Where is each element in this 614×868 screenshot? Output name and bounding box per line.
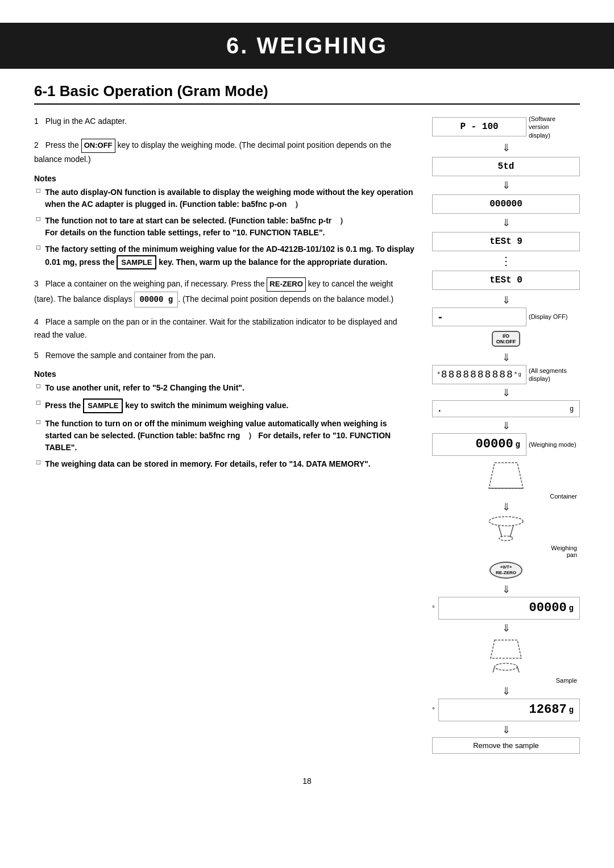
std-display: 5td xyxy=(432,157,580,176)
degree-symbol-1: ° xyxy=(432,604,435,612)
section-title: 6-1 Basic Operation (Gram Mode) xyxy=(34,82,580,105)
tare-display: 00000 g xyxy=(134,292,178,308)
note-1-2: □ The function not to tare at start can … xyxy=(34,215,415,239)
dash-display: - xyxy=(432,308,526,326)
arrow-3: ⇓ xyxy=(432,217,580,229)
weighing-mode-label: (Weighing mode) xyxy=(529,441,580,448)
degree-symbol-2: ° xyxy=(432,706,435,714)
dot-sep-1: ⋮ xyxy=(432,254,580,268)
step-2-number: 2 xyxy=(34,140,39,149)
step-5-number: 5 xyxy=(34,351,39,360)
dot-panel-wrap: . g xyxy=(432,400,580,417)
page: 6. WEIGHING 6-1 Basic Operation (Gram Mo… xyxy=(0,0,614,868)
remove-sample-box: Remove the sample xyxy=(432,737,580,754)
final-weight-row: ° 12687 g xyxy=(432,699,580,721)
allseg-panel-wrap: ⁸ 8888888888 ⁸ g xyxy=(432,365,526,384)
note-2-1: □ To use another unit, refer to "5-2 Cha… xyxy=(34,382,415,394)
onoff-btn-text: I/O ON:OFF xyxy=(496,333,516,344)
step-5: 5 Remove the sample and container from t… xyxy=(34,349,415,362)
step-2: 2 Press the ON:OFF key to display the we… xyxy=(34,139,415,165)
zeros6-display: 000000 xyxy=(432,194,580,214)
arrow-8: ⇓ xyxy=(432,501,580,513)
bullet-1: □ xyxy=(36,186,40,194)
note-2-3-text: The function to turn on or off the minim… xyxy=(45,418,415,454)
bullet-6: □ xyxy=(36,418,40,426)
left-column: 1 Plug in the AC adapter. 2 Press the ON… xyxy=(34,115,415,475)
test9-display: tESt 9 xyxy=(432,232,580,251)
container-label: Container xyxy=(432,493,580,500)
arrow-10: ⇓ xyxy=(432,622,580,634)
test0-row: tESt 0 xyxy=(432,269,580,292)
svg-point-2 xyxy=(489,517,523,526)
page-number: 18 xyxy=(34,776,580,786)
right-column: P - 100 (Softwareversiondisplay) ⇓ 5td ⇓… xyxy=(432,115,580,754)
arrow-5: ⇓ xyxy=(432,351,580,364)
display-off-label: (Display OFF) xyxy=(529,313,580,321)
notes2-title: Notes xyxy=(34,369,415,379)
p100-display: P - 100 xyxy=(432,117,526,136)
note-1-3-text: The factory setting of the minimum weigh… xyxy=(45,243,415,270)
arrow-2: ⇓ xyxy=(432,179,580,192)
svg-marker-6 xyxy=(491,640,521,658)
software-label: (Softwareversiondisplay) xyxy=(529,115,580,139)
sample-label: Sample xyxy=(432,677,580,684)
bullet-3: □ xyxy=(36,243,40,251)
svg-line-3 xyxy=(499,526,502,537)
step-1-number: 1 xyxy=(34,117,39,126)
arrow-6: ⇓ xyxy=(432,387,580,399)
weighing-panel-wrap: 00000 g xyxy=(432,433,526,456)
bullet-4: □ xyxy=(36,382,40,390)
sample-key-inline-1: SAMPLE xyxy=(117,255,156,270)
weighing-display: 00000 g xyxy=(432,433,526,456)
test0-display: tESt 0 xyxy=(432,271,580,290)
tare-result-panel-wrap: 00000 g xyxy=(438,597,580,620)
rezero-button[interactable]: +0/T+ RE-ZERO xyxy=(489,562,522,579)
arrow-9: ⇓ xyxy=(432,583,580,596)
weighing-row: 00000 g (Weighing mode) xyxy=(432,433,580,456)
dot-display: . g xyxy=(432,400,580,417)
final-weight-panel-wrap: 12687 g xyxy=(438,699,580,721)
svg-marker-0 xyxy=(489,463,523,488)
rezero-btn-text: +0/T+ RE-ZERO xyxy=(496,564,516,575)
step-1: 1 Plug in the AC adapter. xyxy=(34,115,415,127)
svg-line-4 xyxy=(510,526,513,537)
note-1-3: □ The factory setting of the minimum wei… xyxy=(34,243,415,270)
main-title-bar: 6. WEIGHING xyxy=(0,23,614,69)
note-1-2-text: The function not to tare at start can be… xyxy=(45,215,347,239)
bullet-5: □ xyxy=(36,398,40,406)
note-2-2: □ Press the SAMPLE key to switch the min… xyxy=(34,398,415,413)
container-wrap: Container xyxy=(432,457,580,500)
sample-svg xyxy=(486,636,526,675)
onoff-button[interactable]: I/O ON:OFF xyxy=(492,331,520,347)
sample-wrap: Sample xyxy=(432,636,580,684)
step-5-text: Remove the sample and container from the… xyxy=(45,351,216,360)
notes1-title: Notes xyxy=(34,174,415,183)
sample-key-inline-2: SAMPLE xyxy=(83,398,123,413)
tare-result-display: 00000 g xyxy=(438,597,580,620)
step-3: 3 Place a container on the weighing pan,… xyxy=(34,277,415,308)
step-1-text: Plug in the AC adapter. xyxy=(45,117,127,126)
test0-panel-wrap: tESt 0 xyxy=(432,269,580,292)
dash-row: - (Display OFF) xyxy=(432,308,580,326)
step-3-number: 3 xyxy=(34,279,39,288)
dash-panel-wrap: - xyxy=(432,308,526,326)
right-col-inner: P - 100 (Softwareversiondisplay) ⇓ 5td ⇓… xyxy=(432,115,580,754)
main-title: 6. WEIGHING xyxy=(0,33,614,59)
content-layout: 1 Plug in the AC adapter. 2 Press the ON… xyxy=(34,115,580,754)
rezero-key-inline: RE-ZERO xyxy=(267,277,306,292)
note-2-3: □ The function to turn on or off the min… xyxy=(34,418,415,454)
note-1-1: □ The auto display-ON function is availa… xyxy=(34,186,415,210)
arrow-12: ⇓ xyxy=(432,724,580,736)
arrow-11: ⇓ xyxy=(432,685,580,697)
allseg-label: (All segments display) xyxy=(529,367,580,383)
step-3-text: Place a container on the weighing pan, i… xyxy=(34,279,393,304)
svg-line-9 xyxy=(517,667,519,672)
step-4-text: Place a sample on the pan or in the cont… xyxy=(34,317,397,339)
svg-line-8 xyxy=(493,667,495,672)
allseg-display: ⁸ 8888888888 ⁸ g xyxy=(432,365,526,384)
onoff-btn-wrap: I/O ON:OFF xyxy=(432,327,580,350)
tare-result-row: ° 00000 g xyxy=(432,597,580,620)
final-weight-display: 12687 g xyxy=(438,699,580,721)
allseg-row: ⁸ 8888888888 ⁸ g (All segments display) xyxy=(432,365,580,384)
bullet-7: □ xyxy=(36,458,40,466)
